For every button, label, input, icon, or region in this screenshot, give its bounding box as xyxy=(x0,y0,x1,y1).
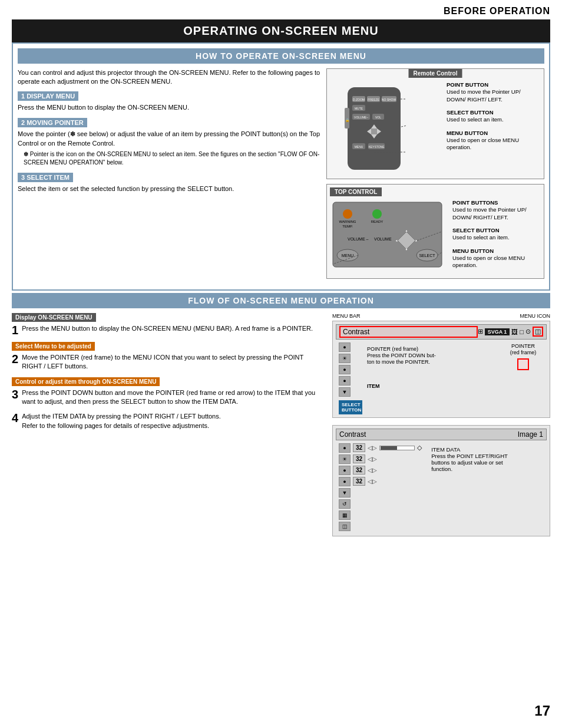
item-row-2: ☀ 32 ◁▷ xyxy=(339,454,422,464)
item-icon-5: ▼ xyxy=(339,387,351,397)
item-icon-4: ● xyxy=(339,376,351,386)
flow-step2: 2 Move the POINTER (red frame) to the ME… xyxy=(12,353,323,371)
menu-separator-icon: ⊞ xyxy=(478,328,483,335)
step2-note: ✽ Pointer is the icon on the ON-SCREEN M… xyxy=(24,150,320,167)
item-row-7: ▦ xyxy=(339,510,422,520)
top-right: Remote Control D.ZOOM FREEZE NO xyxy=(326,68,544,279)
top-control-svg: WARNING TEMP. READY VOLUME – VOLUME xyxy=(330,199,448,273)
item-row-4: ● 32 ◁▷ xyxy=(339,477,422,486)
lower-menu-diagram: Contrast Image 1 ● 32 ◁▷ xyxy=(332,425,550,536)
flow-step2-text: Move the POINTER (red frame) to the MENU… xyxy=(22,354,303,370)
svg-text:TEMP.: TEMP. xyxy=(342,225,353,228)
remote-annotations: POINT BUTTON Used to move the Pointer UP… xyxy=(442,81,536,176)
menu-svga: SVGA 1 xyxy=(485,328,510,335)
step2-num: 2 xyxy=(12,353,18,365)
select-button-desc: Used to select an item. xyxy=(447,116,504,123)
pointer-label: POINTER(red frame) xyxy=(510,343,537,355)
main-title: OPERATING ON-SCREEN MENU xyxy=(12,19,550,42)
flow-step4: 4 Adjust the ITEM DATA by pressing the P… xyxy=(12,412,323,430)
slider-indicator: ◇ xyxy=(417,444,422,452)
point-button-desc: Used to move the Pointer UP/ DOWN/ RIGHT… xyxy=(447,88,521,102)
tc-point-label: POINT BUTTONS xyxy=(452,199,536,206)
upper-diagram-container: MENU BAR MENU ICON Contrast ⊞ SVGA 1 🖼 □ xyxy=(332,313,550,418)
menu-contrast: Contrast xyxy=(339,326,478,338)
adjust-arrows-1: ◁▷ xyxy=(368,444,377,451)
menu-button-desc: Used to open or close MENU operation. xyxy=(447,137,519,150)
item-row-3: ● 32 ◁▷ xyxy=(339,466,422,475)
tc-select-desc: Used to select an item. xyxy=(452,234,510,241)
svg-text:MENU: MENU xyxy=(342,253,354,258)
lower-menu-bar-row: Contrast Image 1 xyxy=(336,429,547,440)
item-icon-2: ☀ xyxy=(339,354,351,363)
flow-step1: 1 Press the MENU button to display the O… xyxy=(12,324,323,336)
tc-point-desc: Used to move the Pointer UP/ DOWN/ RIGHT… xyxy=(452,206,527,220)
svg-text:▼: ▼ xyxy=(405,248,408,251)
step4-num: 4 xyxy=(12,412,18,424)
svg-text:VOLUME: VOLUME xyxy=(374,237,392,241)
top-control-inner: WARNING TEMP. READY VOLUME – VOLUME xyxy=(330,199,541,275)
adjust-arrows-2: ◁▷ xyxy=(368,456,377,462)
item-data-annotation: ITEM DATAPress the POINT LEFT/RIGHTbutto… xyxy=(431,443,508,533)
intro-text: You can control and adjust this projecto… xyxy=(18,68,320,87)
step1-label: 1 DISPLAY MENU xyxy=(18,91,78,101)
step2-label: 2 MOVING POINTER xyxy=(18,118,87,127)
menu-items-list: ● ☀ ● ● ▼ SELECTBUTTON xyxy=(339,342,362,414)
item-row-1: ● 32 ◁▷ ◇ xyxy=(339,443,422,453)
upper-annotations: POINTER (red frame)Press the POINT DOWN … xyxy=(367,342,495,414)
lower-icon-7: ▦ xyxy=(339,510,351,520)
flow-step1-text: Press the MENU button to display the ON-… xyxy=(22,325,313,332)
section1-header: HOW TO OPERATE ON-SCREEN MENU xyxy=(18,48,544,64)
remote-control-svg: D.ZOOM FREEZE NO SHOW MUTE VOLUME– xyxy=(330,81,442,176)
menu-icon2: □ xyxy=(520,328,524,335)
tc-point-annotation: POINT BUTTONS Used to move the Pointer U… xyxy=(452,199,536,221)
flow-step3: 3 Press the POINT DOWN button and move t… xyxy=(12,388,323,407)
step3-num: 3 xyxy=(12,388,18,400)
point-button-label: POINT BUTTON xyxy=(447,81,536,88)
menu-icon3: ⊙ xyxy=(525,328,531,335)
step1-num: 1 xyxy=(12,324,18,336)
header-title: BEFORE OPERATION xyxy=(444,6,550,16)
item-row-5: ▼ xyxy=(339,488,422,498)
menu-bar-row: Contrast ⊞ SVGA 1 🖼 □ ⊙ ◫ xyxy=(336,324,547,340)
menu-icon-group: ⊞ SVGA 1 🖼 □ ⊙ ◫ xyxy=(478,327,543,337)
svg-text:MUTE: MUTE xyxy=(355,107,363,110)
svg-text:NO SHOW: NO SHOW xyxy=(382,98,396,101)
red-frame-indicator xyxy=(517,358,529,370)
menu-icon4: ◫ xyxy=(533,327,543,337)
section1-body: HOW TO OPERATE ON-SCREEN MENU You can co… xyxy=(12,42,550,291)
menu-bar-label: MENU BAR xyxy=(332,313,361,319)
lower-icon-1: ● xyxy=(339,443,351,453)
tc-menu-desc: Used to open or close MENU operation. xyxy=(452,255,525,268)
tc-menu-annotation: MENU BUTTON Used to open or close MENU o… xyxy=(452,248,536,269)
point-button-annotation: POINT BUTTON Used to move the Pointer UP… xyxy=(447,81,536,103)
svg-text:FREEZE: FREEZE xyxy=(368,98,379,101)
svg-point-29 xyxy=(343,209,352,219)
remote-control-box: Remote Control D.ZOOM FREEZE NO xyxy=(326,68,544,179)
item-value-1: 32 xyxy=(353,443,365,452)
step1-block: 1 DISPLAY MENU Press the MENU button to … xyxy=(18,91,320,112)
item-value-2: 32 xyxy=(353,454,365,463)
flow-right: MENU BAR MENU ICON Contrast ⊞ SVGA 1 🖼 □ xyxy=(332,313,550,536)
menu-icon1: 🖼 xyxy=(511,328,518,335)
select-button-box: SELECTBUTTON xyxy=(339,400,362,414)
tc-select-annotation: SELECT BUTTON Used to select an item. xyxy=(452,227,536,242)
svg-text:🔒: 🔒 xyxy=(345,118,350,123)
top-control-title: TOP CONTROL xyxy=(330,187,382,196)
top-section: You can control and adjust this projecto… xyxy=(18,68,544,279)
select-button-annotation: SELECT BUTTON Used to select an item. xyxy=(447,109,536,124)
svg-text:READY: READY xyxy=(371,220,384,223)
lower-icon-5: ▼ xyxy=(339,488,351,498)
lower-icon-6: ↺ xyxy=(339,499,351,509)
pointer-frame-annotation: POINTER (red frame)Press the POINT DOWN … xyxy=(367,345,495,365)
menu-bar-annotation: MENU BAR MENU ICON xyxy=(332,313,550,319)
display-label: Display ON-SCREEN MENU xyxy=(12,313,96,322)
section2-header: FLOW OF ON-SCREEN MENU OPERATION xyxy=(12,293,550,308)
adjust-arrows-4: ◁▷ xyxy=(368,478,377,485)
lower-icon-8: ◫ xyxy=(339,522,351,531)
progress-bar-1 xyxy=(379,446,415,450)
tc-select-label: SELECT BUTTON xyxy=(452,227,536,234)
select-button-label: SELECT BUTTON xyxy=(447,109,536,116)
menu-button-annotation: MENU BUTTON Used to open or close MENU o… xyxy=(447,130,536,151)
svg-text:MENU: MENU xyxy=(355,145,363,149)
menu-button-label: MENU BUTTON xyxy=(447,130,536,137)
